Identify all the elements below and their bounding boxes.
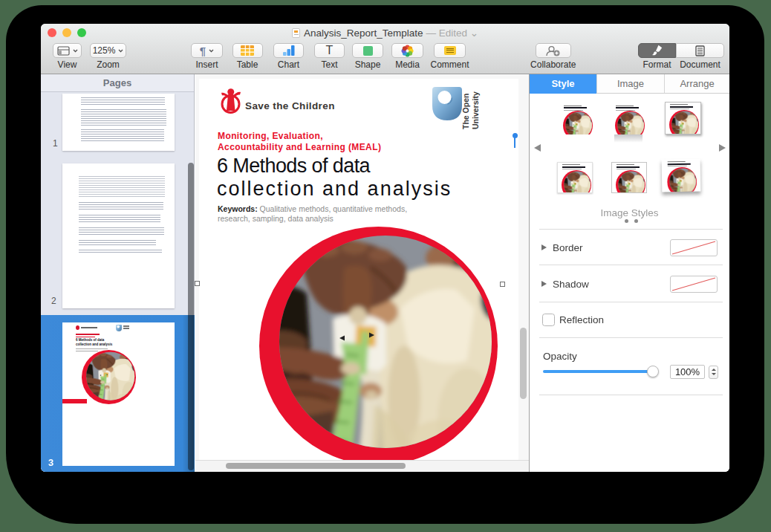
- svg-text:University: University: [471, 91, 480, 129]
- svg-text:The Open: The Open: [461, 94, 470, 129]
